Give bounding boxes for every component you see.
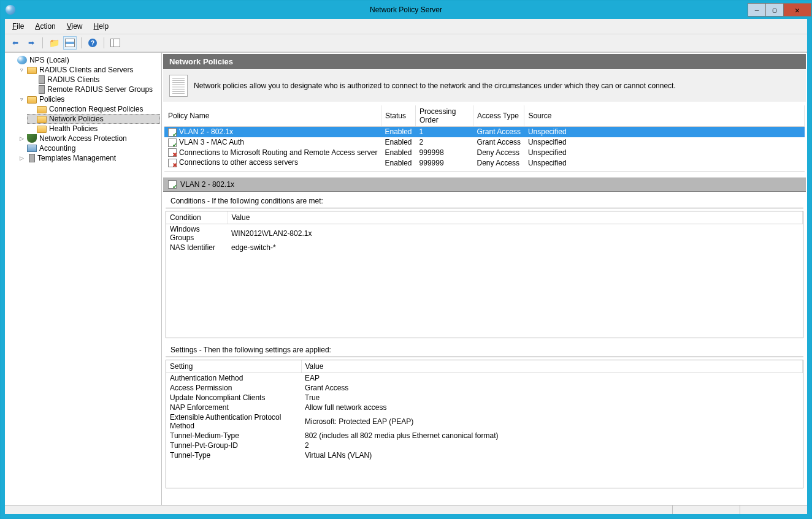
tree-connection-request[interactable]: ▷ Connection Request Policies (27, 104, 160, 114)
expander-icon[interactable]: ▷ (18, 135, 25, 142)
condition-value: edge-switch-* (228, 243, 803, 252)
tree-policies[interactable]: ▿ Policies (17, 94, 160, 104)
back-button[interactable] (9, 36, 22, 50)
detail-header: VLAN 2 - 802.1x (163, 177, 806, 192)
forward-button[interactable] (25, 36, 38, 50)
col-source[interactable]: Source (524, 105, 805, 127)
properties-button[interactable] (63, 36, 77, 50)
table-row[interactable]: Connections to other access serversEnabl… (164, 157, 805, 168)
folder-icon (37, 126, 47, 133)
table-row[interactable]: Windows GroupsWIN2012\VLAN2-802.1x (166, 224, 803, 243)
server-icon (39, 85, 45, 94)
menu-view[interactable]: View (62, 20, 88, 32)
col-status[interactable]: Status (381, 105, 415, 127)
menu-action[interactable]: Action (30, 20, 60, 32)
tree-label: Templates Management (37, 154, 116, 162)
expander-icon[interactable]: ▿ (18, 96, 25, 102)
policy-name-cell: Connections to Microsoft Routing and Rem… (179, 148, 377, 157)
table-row[interactable]: Update Noncompliant ClientsTrue (166, 393, 803, 403)
maximize-button[interactable]: ▢ (765, 3, 784, 17)
tree-health-policies[interactable]: ▷ Health Policies (27, 124, 160, 134)
close-button[interactable]: ✕ (783, 3, 811, 17)
split-view-button[interactable] (109, 36, 122, 50)
table-row[interactable]: Tunnel-TypeVirtual LANs (VLAN) (166, 450, 803, 460)
col-condition[interactable]: Condition (166, 211, 228, 224)
shield-icon (27, 134, 37, 143)
table-row[interactable]: Tunnel-Pvt-Group-ID2 (166, 441, 803, 450)
menu-file[interactable]: File (7, 20, 29, 32)
tree-radius-clients[interactable]: ▷ RADIUS Clients (27, 75, 160, 85)
policy-status-cell: Enabled (381, 127, 415, 137)
col-access[interactable]: Access Type (473, 105, 524, 127)
policy-table[interactable]: Policy Name Status Processing Order Acce… (164, 105, 805, 168)
table-row[interactable]: Tunnel-Medium-Type802 (includes all 802 … (166, 431, 803, 441)
tree-network-policies[interactable]: ▷ Network Policies (27, 114, 160, 124)
table-row[interactable]: Access PermissionGrant Access (166, 383, 803, 393)
document-icon (169, 75, 188, 97)
app-window: Network Policy Server — ▢ ✕ File Action … (0, 0, 812, 519)
tree-templates[interactable]: ▷ Templates Management (17, 153, 160, 163)
menu-help[interactable]: Help (89, 20, 114, 32)
window-controls: — ▢ ✕ (748, 3, 811, 17)
tree-label: Policies (39, 95, 64, 104)
setting-value: Grant Access (301, 383, 803, 393)
policy-status-cell: Enabled (381, 148, 415, 158)
tree-nap[interactable]: ▷ Network Access Protection (17, 134, 160, 143)
table-row[interactable]: VLAN 2 - 802.1xEnabled1Grant AccessUnspe… (164, 127, 805, 137)
settings-table[interactable]: Setting Value Authentication MethodEAPAc… (166, 360, 803, 460)
policy-status-cell: Enabled (381, 137, 415, 148)
minimize-button[interactable]: — (748, 3, 766, 17)
policy-grant-icon (168, 138, 177, 147)
col-order[interactable]: Processing Order (416, 105, 473, 127)
setting-key: Tunnel-Medium-Type (166, 431, 301, 441)
table-header-row: Policy Name Status Processing Order Acce… (164, 105, 805, 127)
col-policy-name[interactable]: Policy Name (164, 105, 381, 127)
policy-source-cell: Unspecified (524, 127, 805, 137)
accounting-icon (27, 145, 37, 152)
expander-icon[interactable]: ▷ (18, 155, 25, 161)
intro-box: Network policies allow you to designate … (163, 69, 806, 102)
tree-label: RADIUS Clients (47, 75, 99, 84)
tree-remote-radius[interactable]: ▷ Remote RADIUS Server Groups (27, 85, 160, 94)
back-icon (12, 39, 18, 47)
folder-up-icon (49, 38, 59, 48)
tree-pane[interactable]: ▷ NPS (Local) ▿ RADIUS Clients and Serve… (5, 53, 162, 505)
conditions-table-wrap: Condition Value Windows GroupsWIN2012\VL… (166, 211, 803, 338)
policy-source-cell: Unspecified (524, 137, 805, 148)
properties-icon (65, 39, 75, 47)
table-row[interactable]: VLAN 3 - MAC AuthEnabled2Grant AccessUns… (164, 137, 805, 148)
titlebar[interactable]: Network Policy Server — ▢ ✕ (1, 1, 811, 19)
maximize-icon: ▢ (773, 6, 777, 14)
globe-icon (17, 56, 27, 64)
tree-label: RADIUS Clients and Servers (39, 66, 133, 74)
policy-order-cell: 999999 (416, 157, 473, 168)
col-condition-value[interactable]: Value (228, 211, 803, 224)
table-row[interactable]: NAP EnforcementAllow full network access (166, 403, 803, 412)
folder-icon (27, 96, 37, 104)
table-row[interactable]: NAS Identifieredge-switch-* (166, 243, 803, 252)
col-setting-value[interactable]: Value (301, 360, 803, 373)
split-icon (110, 39, 120, 47)
settings-section-label: Settings - Then the following settings a… (166, 341, 803, 357)
policy-access-cell: Grant Access (473, 137, 524, 148)
content-title: Network Policies (169, 57, 233, 66)
policy-name-cell: Connections to other access servers (179, 158, 298, 167)
help-button[interactable]: ? (86, 36, 99, 50)
policy-access-cell: Grant Access (473, 127, 524, 137)
policy-list: Policy Name Status Processing Order Acce… (164, 105, 805, 172)
up-button[interactable] (47, 36, 61, 50)
table-row[interactable]: Authentication MethodEAP (166, 373, 803, 384)
tree-root[interactable]: ▷ NPS (Local) (7, 55, 160, 65)
toolbar-separator (81, 37, 82, 48)
conditions-section-label: Conditions - If the following conditions… (166, 192, 803, 208)
policy-status-cell: Enabled (381, 157, 415, 168)
tree-label: Accounting (39, 144, 75, 153)
col-setting[interactable]: Setting (166, 360, 301, 373)
table-row[interactable]: Connections to Microsoft Routing and Rem… (164, 148, 805, 158)
conditions-table[interactable]: Condition Value Windows GroupsWIN2012\VL… (166, 211, 803, 252)
app-icon (6, 5, 15, 15)
tree-radius-group[interactable]: ▿ RADIUS Clients and Servers (17, 65, 160, 75)
table-row[interactable]: Extensible Authentication Protocol Metho… (166, 412, 803, 431)
tree-accounting[interactable]: ▷ Accounting (17, 143, 160, 153)
expander-icon[interactable]: ▿ (18, 67, 25, 73)
